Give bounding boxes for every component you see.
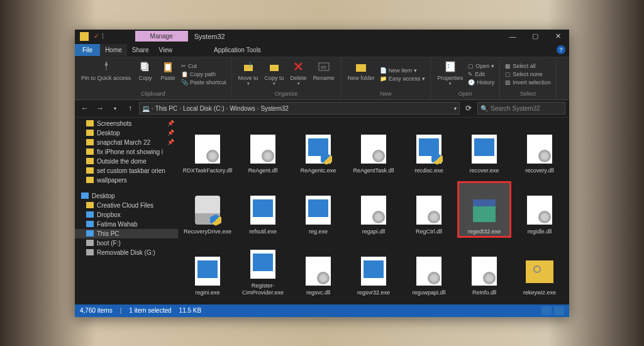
- titlebar: ✓ | Manage System32 — ▢ ✕: [75, 30, 569, 43]
- sidebar-item[interactable]: Dropbox: [75, 210, 178, 220]
- file-label: ReInfo.dll: [472, 289, 496, 296]
- exe-shield-icon: [416, 135, 441, 164]
- close-button[interactable]: ✕: [547, 30, 569, 43]
- pin-icon: 📌: [167, 120, 174, 126]
- file-item[interactable]: regsvr32.exe: [347, 242, 401, 299]
- sidebar-quick-item[interactable]: Outside the dome: [75, 157, 178, 166]
- ribbon-open: Properties ▾ ▢ Open ▾ ✎ Edit 🕘 History O…: [431, 57, 500, 99]
- select-all-button[interactable]: ▦ Select all: [504, 62, 552, 70]
- sidebar-item[interactable]: Creative Cloud Files: [75, 201, 178, 210]
- file-item[interactable]: Register-CimProvider.exe: [236, 242, 290, 299]
- new-folder-button[interactable]: New folder: [345, 59, 377, 91]
- file-item[interactable]: RegCtrl.dll: [402, 181, 456, 238]
- minimize-button[interactable]: —: [501, 30, 524, 43]
- file-label: reg.exe: [309, 228, 328, 235]
- crumb-1[interactable]: Local Disk (C:): [183, 105, 225, 112]
- file-label: recdisc.exe: [414, 167, 443, 174]
- file-item[interactable]: regini.exe: [180, 242, 235, 299]
- sidebar-item[interactable]: boot (F:): [75, 238, 178, 248]
- sidebar-item[interactable]: Removable Disk (G:): [75, 248, 178, 257]
- menu-app-tools[interactable]: Application Tools: [209, 44, 266, 56]
- sidebar-desktop[interactable]: Desktop: [75, 191, 178, 201]
- sidebar-quick-item[interactable]: Desktop📌: [75, 128, 178, 138]
- file-item[interactable]: ReAgentc.exe: [291, 120, 345, 177]
- regedit-icon: [473, 199, 496, 222]
- rename-button[interactable]: abRename: [311, 59, 337, 91]
- pin-icon: 📌: [167, 139, 174, 145]
- menu-home[interactable]: Home: [100, 44, 127, 56]
- file-label: reguwpapi.dll: [412, 289, 445, 296]
- sidebar-quick-item[interactable]: fix iPhone not showing i: [75, 147, 178, 157]
- file-item[interactable]: reguwpapi.dll: [402, 242, 456, 299]
- file-item[interactable]: regapi.dll: [347, 181, 401, 238]
- exe-icon: [361, 257, 386, 286]
- invert-selection-button[interactable]: ▨ Invert selection: [504, 79, 552, 86]
- file-item[interactable]: recdisc.exe: [402, 120, 456, 177]
- nav-forward-button[interactable]: →: [94, 102, 106, 114]
- ribbon-organize: Move to ▾ Copy to ▾ ✕Delete ▾ abRename O…: [232, 57, 341, 99]
- properties-button[interactable]: Properties ▾: [435, 59, 465, 91]
- file-item[interactable]: RDXTaskFactory.dll: [180, 120, 235, 177]
- nav-recent-button[interactable]: ▾: [109, 102, 121, 114]
- crumb-3[interactable]: System32: [260, 105, 288, 112]
- move-to-button[interactable]: Move to ▾: [236, 59, 261, 91]
- details-view-icon[interactable]: [541, 306, 552, 315]
- file-item[interactable]: ReAgent.dll: [236, 120, 290, 177]
- crumb-2[interactable]: Windows: [230, 105, 255, 112]
- menu-share[interactable]: Share: [127, 44, 154, 56]
- search-input[interactable]: 🔍 Search System32: [477, 102, 565, 114]
- sidebar-quick-item[interactable]: set custom taskbar orien: [75, 166, 178, 176]
- dll-icon: [361, 135, 386, 164]
- cut-button[interactable]: ✂ Cut: [180, 62, 228, 70]
- folder-icon: [86, 120, 94, 126]
- file-label: regidle.dll: [528, 228, 552, 235]
- paste-shortcut-button[interactable]: 📎 Paste shortcut: [180, 79, 228, 86]
- crumb-dropdown-icon[interactable]: ▾: [454, 106, 457, 111]
- edit-button[interactable]: ✎ Edit: [467, 70, 496, 78]
- paste-button[interactable]: Paste: [157, 59, 179, 91]
- crumb-0[interactable]: This PC: [155, 105, 178, 112]
- menu-view[interactable]: View: [154, 44, 178, 56]
- file-item[interactable]: recover.exe: [457, 120, 511, 177]
- refresh-button[interactable]: ⟳: [462, 102, 475, 114]
- menu-file[interactable]: File: [75, 44, 100, 56]
- maximize-button[interactable]: ▢: [524, 30, 547, 43]
- open-button[interactable]: ▢ Open ▾: [467, 62, 496, 70]
- file-item[interactable]: rekeywiz.exe: [513, 242, 567, 299]
- nav-back-button[interactable]: ←: [79, 102, 91, 114]
- file-item[interactable]: RecoveryDrive.exe: [180, 181, 235, 238]
- contextual-tab[interactable]: Manage: [135, 31, 188, 42]
- sidebar-quick-item[interactable]: wallpapers: [75, 176, 178, 185]
- new-item-button[interactable]: 📄 New item ▾: [379, 67, 427, 74]
- file-item[interactable]: ReAgentTask.dll: [347, 120, 401, 177]
- history-button[interactable]: 🕘 History: [467, 79, 496, 86]
- sidebar-item[interactable]: This PC: [75, 229, 178, 238]
- file-label: regsvr32.exe: [357, 289, 390, 296]
- file-item[interactable]: regsvc.dll: [291, 242, 345, 299]
- file-item[interactable]: regedt32.exe: [457, 181, 511, 238]
- file-item[interactable]: ReInfo.dll: [457, 242, 511, 299]
- select-none-button[interactable]: ▢ Select none: [504, 70, 552, 78]
- file-item[interactable]: reg.exe: [291, 181, 345, 238]
- copy-button[interactable]: Copy: [135, 59, 156, 91]
- breadcrumb[interactable]: 💻 › This PC› Local Disk (C:)› Windows› S…: [139, 102, 460, 114]
- sidebar-item[interactable]: Fatima Wahab: [75, 220, 178, 229]
- drive-icon: [195, 196, 220, 225]
- qat-check-icon[interactable]: ✓: [94, 32, 99, 41]
- sidebar-quick-item[interactable]: snapchat March 22📌: [75, 138, 178, 147]
- delete-button[interactable]: ✕Delete ▾: [288, 59, 309, 91]
- svg-rect-3: [165, 64, 170, 70]
- sidebar-quick-item[interactable]: Screenshots📌: [75, 119, 178, 128]
- file-item[interactable]: refsutil.exe: [236, 181, 290, 238]
- nav-up-button[interactable]: ↑: [124, 102, 136, 114]
- file-item[interactable]: regidle.dll: [513, 181, 567, 238]
- pin-quick-access-button[interactable]: Pin to Quick access: [79, 59, 133, 91]
- blue-icon: [86, 211, 94, 218]
- file-label: regedt32.exe: [468, 228, 501, 235]
- file-item[interactable]: recovery.dll: [513, 120, 567, 177]
- easy-access-button[interactable]: 📁 Easy access ▾: [379, 75, 427, 82]
- copy-path-button[interactable]: 📋 Copy path: [180, 70, 228, 78]
- copy-to-button[interactable]: Copy to ▾: [262, 59, 287, 91]
- large-icons-view-icon[interactable]: [554, 306, 564, 315]
- help-icon[interactable]: ?: [557, 45, 565, 54]
